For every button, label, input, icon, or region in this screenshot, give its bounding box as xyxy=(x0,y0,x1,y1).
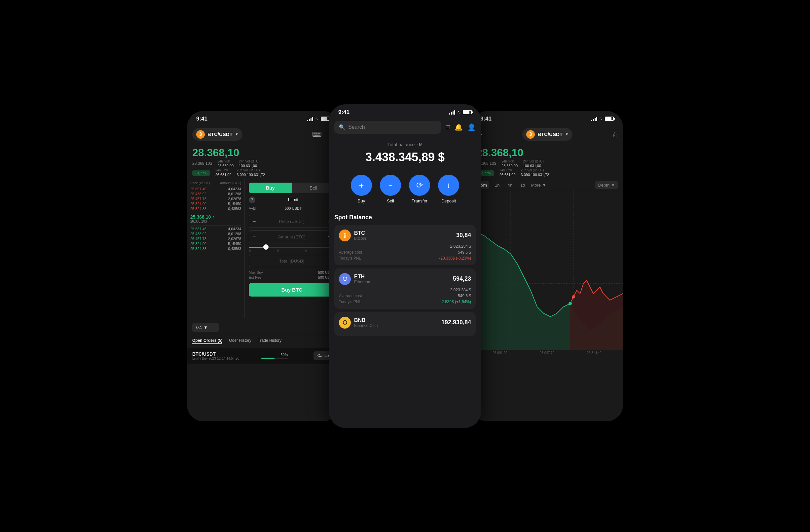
amount-col-header: Amount (BTC) xyxy=(220,181,241,185)
chart-label-3: 26.314,40 xyxy=(587,351,602,355)
pair-selector-right[interactable]: ₿ BTC/USDT ▼ xyxy=(522,128,572,141)
transfer-action-button[interactable]: ⟳ xyxy=(409,175,430,196)
volusdt-col-right: 25h Vol (USDT) 3.090.100.631,72 xyxy=(521,168,549,177)
ob-sell-row-3: 25.457,73 2,02678 xyxy=(190,197,241,201)
ob-mid-sub-left: 28.368,10$ xyxy=(190,220,241,223)
sell-action-label: Sell xyxy=(387,198,394,203)
btc-logo-left: ₿ xyxy=(196,130,205,139)
search-input[interactable]: Search xyxy=(348,124,365,130)
amount-slider[interactable] xyxy=(249,247,335,252)
low-col-right: 24h Low 26.631,00 xyxy=(500,168,516,177)
ob-buy-row-4: 25.324,90 5,15450 xyxy=(190,242,241,246)
total-input-row[interactable]: Total (BUSD) xyxy=(249,255,335,267)
btc-name-wrap: BTC Bitcoin xyxy=(354,230,366,241)
eth-usd-val: 2.023.284 $ xyxy=(450,288,471,292)
price-section-right: 28.368,10 28.368,10$ 24h high 28.650,00 … xyxy=(471,144,623,179)
signal-icon-center xyxy=(449,110,455,115)
chevron-down-icon-left: ▼ xyxy=(235,132,239,136)
sell-action-button[interactable]: － xyxy=(380,175,401,196)
buy-action-button[interactable]: ＋ xyxy=(351,175,372,196)
eye-icon[interactable]: 👁 xyxy=(417,142,422,148)
amount-minus-icon[interactable]: − xyxy=(253,233,256,240)
btc-pnl-val: -28.330$ (-8,23%) xyxy=(439,256,471,261)
tab-trade-history[interactable]: Trade History xyxy=(258,338,282,344)
scan-icon[interactable]: □ xyxy=(446,123,450,131)
tab-more[interactable]: More ▼ xyxy=(531,181,546,189)
sell-amount-5: 0,43563 xyxy=(228,207,241,211)
candlestick-chart xyxy=(471,191,623,350)
star-icon[interactable]: ☆ xyxy=(612,130,618,138)
help-button[interactable]: ? xyxy=(249,197,255,203)
wifi-icon-left: ∿ xyxy=(315,116,319,121)
phone-left: 9:41 ∿ ₿ BTC/USDT ▼ ⌨ ⋮ xyxy=(187,111,339,421)
slider-track xyxy=(249,247,335,248)
pair-selector-left[interactable]: ₿ BTC/USDT ▼ xyxy=(192,128,242,141)
total-label: Total (BUSD) xyxy=(279,259,305,264)
sell-tab[interactable]: Sell xyxy=(292,183,335,193)
price-input-label: Price (USDT) xyxy=(256,219,328,224)
balance-section: Total balance 👁 3.438.345,89 $ xyxy=(329,135,481,169)
chart-labels-right: 25.091,20 28.047,70 26.314,40 xyxy=(471,350,623,356)
action-buttons: ＋ Buy － Sell ⟳ Transfer ↓ Deposit xyxy=(329,169,481,209)
bnb-fullname: Binance Coin xyxy=(354,323,377,328)
buy-btc-button[interactable]: Buy BTC xyxy=(249,283,335,297)
buy-sell-tabs: Buy Sell xyxy=(249,183,335,193)
bell-icon[interactable]: 🔔 xyxy=(455,123,463,131)
tab-order-history[interactable]: Oder History xyxy=(229,338,251,344)
tab-1d[interactable]: 1d xyxy=(518,181,527,189)
transfer-action-wrap: ⟳ Transfer xyxy=(409,175,430,203)
user-icon[interactable]: 👤 xyxy=(467,123,476,131)
btc-icon: ₿ xyxy=(339,230,351,242)
ob-header-left: Price (USDT) Amount (BTC) xyxy=(190,181,241,185)
tab-4h[interactable]: 4h xyxy=(506,181,514,189)
svg-point-6 xyxy=(568,302,572,305)
eth-name-wrap: ETH Ethereum xyxy=(354,274,371,284)
sell-price-4: 25.324,90 xyxy=(190,202,207,206)
tab-open-orders[interactable]: Open Orders (5) xyxy=(192,338,222,344)
eth-symbol: ETH xyxy=(354,274,371,280)
volbtc-label-left: 24h Vol (BTC) xyxy=(239,160,260,163)
price-input-row[interactable]: − Price (USDT) + xyxy=(249,215,335,228)
btc-amount: 30,84 xyxy=(456,232,471,239)
buy-tab[interactable]: Buy xyxy=(249,183,292,193)
avbl-val: 500 USDT xyxy=(285,206,302,212)
wifi-icon-right: ∿ xyxy=(599,116,603,121)
search-row: 🔍 Search □ 🔔 👤 xyxy=(329,118,481,135)
btc-coin-header: ₿ BTC Bitcoin 30,84 xyxy=(339,230,471,242)
high-label-left: 24h high xyxy=(217,160,233,163)
phone-center: 9:41 ∿ 🔍 Search □ 🔔 👤 xyxy=(329,104,481,428)
tab-1h[interactable]: 1h xyxy=(493,181,501,189)
main-price-right: 28.368,10 xyxy=(476,147,618,159)
top-action-icons: □ 🔔 👤 xyxy=(446,123,476,131)
eth-details-pnl: Today's PNL 2.839$ (+1,54%) xyxy=(339,300,471,304)
depth-button[interactable]: Depth ▼ xyxy=(595,181,618,189)
signal-icon-left xyxy=(307,117,313,121)
slider-ticks xyxy=(249,250,335,252)
amount-input-row[interactable]: − Amount (BTC) + xyxy=(249,231,335,243)
amount-input-label: Amount (BTC) xyxy=(256,234,328,239)
price-minus-icon[interactable]: − xyxy=(253,218,256,225)
bnb-coin-card[interactable]: ⬡ BNB Binance Coin 192.930,84 xyxy=(334,312,476,336)
price-sub-left: 28.368,10$ xyxy=(192,161,212,166)
deposit-action-button[interactable]: ↓ xyxy=(438,175,459,196)
btc-details-1: 2.023.284 $ xyxy=(339,244,471,249)
eth-details-avg: Average cost 549,6 $ xyxy=(339,294,471,298)
phones-container: 9:41 ∿ ₿ BTC/USDT ▼ ⌨ ⋮ xyxy=(0,0,810,532)
limit-row: ? Litmit ▼ xyxy=(249,197,335,203)
chart-icon-left[interactable]: ⌨ xyxy=(312,130,322,138)
bottom-pair-sub: Limit / Buy 2023-12-14 14:54:20 xyxy=(192,356,239,360)
bottom-progress-wrap: 50% xyxy=(261,353,288,359)
slider-thumb[interactable] xyxy=(263,244,269,250)
btc-coin-card[interactable]: ₿ BTC Bitcoin 30,84 2.023.284 $ Average … xyxy=(334,225,476,265)
ob-buy-row-5: 25.324,83 0,43563 xyxy=(190,247,241,251)
sell-amount-4: 5,15450 xyxy=(228,202,241,206)
est-fee-label: Est Fee xyxy=(249,276,261,279)
avbl-label: AvBl xyxy=(249,206,256,212)
bottom-pair-info: BTC/USDT Limit / Buy 2023-12-14 14:54:20 xyxy=(192,351,239,360)
eth-coin-card[interactable]: ⬡ ETH Ethereum 594,23 2.023.284 $ Averag… xyxy=(334,268,476,309)
search-bar[interactable]: 🔍 Search xyxy=(334,121,441,134)
chart-label-2: 28.047,70 xyxy=(540,351,555,355)
leverage-selector[interactable]: 0.1 ▼ xyxy=(192,323,219,332)
ob-sell-row-4: 25.324,90 5,15450 xyxy=(190,202,241,206)
eth-fullname: Ethereum xyxy=(354,280,371,284)
